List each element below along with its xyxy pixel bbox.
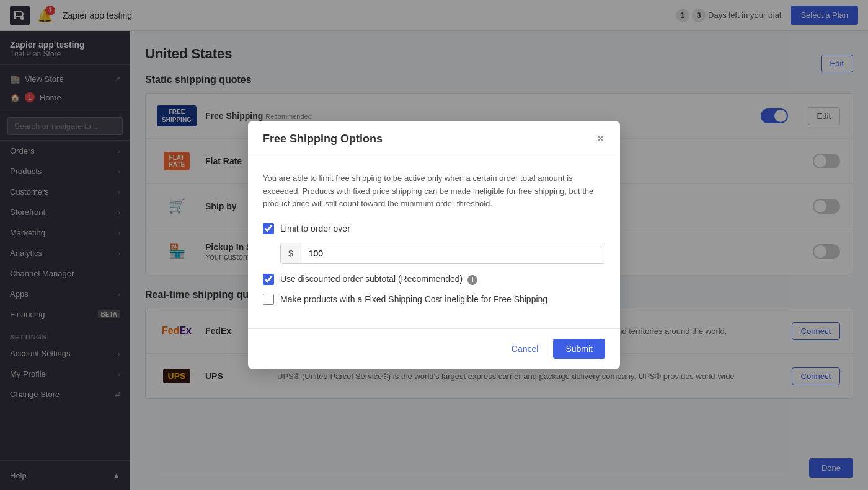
modal-footer: Cancel Submit <box>248 328 620 369</box>
discounted-checkbox[interactable] <box>263 274 274 285</box>
cancel-button[interactable]: Cancel <box>504 339 546 359</box>
submit-button[interactable]: Submit <box>553 339 605 359</box>
discounted-label: Use discounted order subtotal (Recommend… <box>280 274 477 285</box>
discounted-check: Use discounted order subtotal (Recommend… <box>263 274 605 285</box>
modal-close-button[interactable]: ✕ <box>596 133 605 144</box>
modal-title: Free Shipping Options <box>263 133 383 146</box>
modal-description: You are able to limit free shipping to b… <box>263 172 605 211</box>
order-value-input-group: $ <box>280 243 605 264</box>
currency-symbol: $ <box>281 243 301 263</box>
fixed-shipping-check: Make products with a Fixed Shipping Cost… <box>263 294 605 305</box>
order-value-input[interactable] <box>301 243 604 263</box>
limit-order-checkbox[interactable] <box>263 223 274 234</box>
modal-overlay: Free Shipping Options ✕ You are able to … <box>0 0 868 490</box>
modal: Free Shipping Options ✕ You are able to … <box>248 121 620 369</box>
modal-header: Free Shipping Options ✕ <box>248 121 620 157</box>
fixed-shipping-label: Make products with a Fixed Shipping Cost… <box>280 294 547 304</box>
fixed-shipping-checkbox[interactable] <box>263 294 274 305</box>
modal-body: You are able to limit free shipping to b… <box>248 157 620 328</box>
limit-order-check: Limit to order over <box>263 223 605 234</box>
limit-order-label: Limit to order over <box>280 224 350 234</box>
info-icon: i <box>467 275 477 285</box>
